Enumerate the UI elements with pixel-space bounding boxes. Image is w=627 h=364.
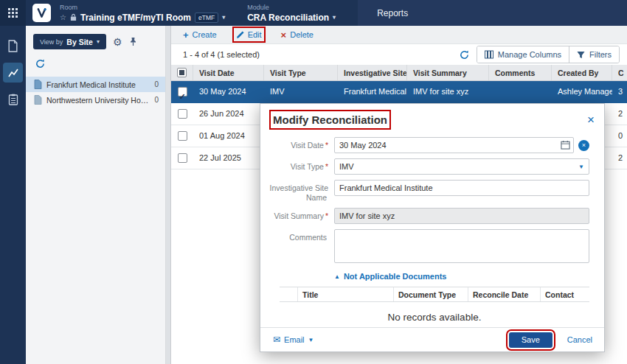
table-row[interactable]: 30 May 2024 IMV Frankfurt Medical ... IM… [171,81,627,103]
column-header[interactable]: Visit Summary [407,65,489,80]
tab-reports[interactable]: Reports [368,8,417,18]
chevron-down-icon: ▼ [308,337,314,343]
chevron-down-icon: ▾ [333,14,336,21]
column-header[interactable]: Visit Date [193,65,264,80]
visit-summary-input[interactable] [334,208,589,224]
visit-type-select[interactable]: IMV ▼ [334,158,589,175]
required-mark: * [325,141,328,150]
left-rail [0,26,26,364]
site-count: 0 [154,80,159,88]
apps-grid-icon [8,8,18,18]
app-root: Room ☆ Training eTMF/myTI Room eTMF ▾ Mo… [0,0,627,364]
panel-splitter[interactable] [166,26,171,364]
site-item-northwestern[interactable]: Northwestern University Hospital 0 [26,92,165,108]
rail-documents-button[interactable] [3,36,23,56]
apps-grid-button[interactable] [0,0,26,26]
cell-summary: IMV for site xyz [407,81,489,102]
row-select-cell [171,125,193,147]
calendar-icon[interactable] [561,140,570,150]
module-name: CRA Reconciliation [247,13,329,23]
row-checkbox[interactable] [178,87,187,97]
docs-select-column [280,287,297,301]
star-icon: ☆ [60,13,66,21]
clear-date-icon[interactable]: × [578,140,589,151]
record-count: 1 - 4 of 4 (1 selected) [183,50,260,59]
clipboard-icon [8,94,18,105]
field-label: Investigative Site Name [260,180,334,203]
field-label: Comments [260,229,334,265]
room-selector[interactable]: Room ☆ Training eTMF/myTI Room eTMF ▾ [60,4,225,23]
select-all-cell [171,65,193,80]
docs-column-header[interactable]: Contact [540,287,589,301]
row-checkbox[interactable] [178,109,187,119]
column-header[interactable]: C [612,65,627,80]
topbar-tabs-area: Reports [358,0,627,26]
field-label: Visit Summary* [260,208,334,224]
grid-refresh-button[interactable] [460,50,469,60]
delete-button[interactable]: × Delete [281,30,314,40]
footer-actions: Save Cancel [509,332,592,348]
filters-button[interactable]: Filters [569,46,619,63]
no-records-text: No records available. [280,302,589,330]
plus-icon: + [183,30,189,40]
cancel-button[interactable]: Cancel [567,335,592,344]
row-select-cell [171,81,193,102]
docs-column-header[interactable]: Title [297,287,393,301]
create-button[interactable]: + Create [183,30,217,40]
view-by-dropdown[interactable]: View by By Site ▾ [33,34,106,49]
view-by-value: By Site [66,38,93,46]
lock-icon [70,13,77,21]
chevron-down-icon: ▼ [578,164,584,170]
file-icon [34,95,42,105]
row-checkbox[interactable] [178,153,187,163]
save-button[interactable]: Save [509,332,552,348]
field-label-text: Visit Type [291,162,324,171]
column-header[interactable]: Visit Type [264,65,338,80]
column-header[interactable]: Investigative Site ... [338,65,407,80]
comments-field-wrap [334,229,589,265]
calendar-glyph [561,140,570,150]
comments-textarea[interactable] [334,229,589,263]
site-name-input[interactable] [334,180,589,196]
visit-date-field-wrap: × [334,137,589,153]
pin-glyph [129,37,137,46]
email-button[interactable]: ✉ Email ▼ [273,335,314,345]
not-applicable-docs-label: Not Applicable Documents [344,272,447,281]
column-header[interactable]: Created By [552,65,612,80]
room-label: Room [60,4,225,11]
site-refresh-button[interactable] [35,59,45,69]
select-all-checkbox[interactable] [177,68,187,77]
gear-icon[interactable]: ⚙ [113,37,122,47]
rail-reconciliation-button[interactable] [3,63,23,83]
field-label-text: Comments [289,233,327,242]
filter-funnel-icon [577,51,585,59]
table-header-row: Visit Date Visit Type Investigative Site… [171,65,627,81]
field-label: Visit Type* [260,158,334,175]
site-count: 0 [154,96,159,104]
rail-tasks-button[interactable] [3,89,23,109]
docs-column-header[interactable]: Document Type [393,287,468,301]
not-applicable-docs-toggle[interactable]: ▲ Not Applicable Documents [334,272,446,281]
site-item-frankfurt[interactable]: Frankfurt Medical Institute 0 [26,77,165,92]
grid-actions: Manage Columns Filters [460,46,620,63]
cell-created-date: 3 [612,81,627,102]
cell-created-date: 2 [612,103,627,125]
app-logo[interactable] [32,4,51,22]
module-selector[interactable]: Module CRA Reconciliation ▾ [247,4,336,23]
column-header[interactable]: Comments [489,65,552,80]
pin-icon[interactable] [129,37,137,46]
row-checkbox[interactable] [178,131,187,141]
module-value: CRA Reconciliation ▾ [247,13,336,23]
site-panel-toolbar: View by By Site ▾ ⚙ [26,26,165,54]
manage-columns-button[interactable]: Manage Columns [477,46,569,63]
visit-date-input[interactable] [334,137,574,153]
close-icon[interactable]: × [587,113,595,126]
docs-column-header[interactable]: Reconcile Date [468,287,540,301]
columns-icon [485,50,493,59]
delete-x-icon: × [281,30,287,40]
row-select-cell [171,103,193,125]
room-name: Training eTMF/myTI Room [80,13,191,23]
edit-button[interactable]: Edit [236,30,262,39]
site-name: Northwestern University Hospital [46,96,150,105]
field-label-text: Visit Summary [274,211,324,220]
